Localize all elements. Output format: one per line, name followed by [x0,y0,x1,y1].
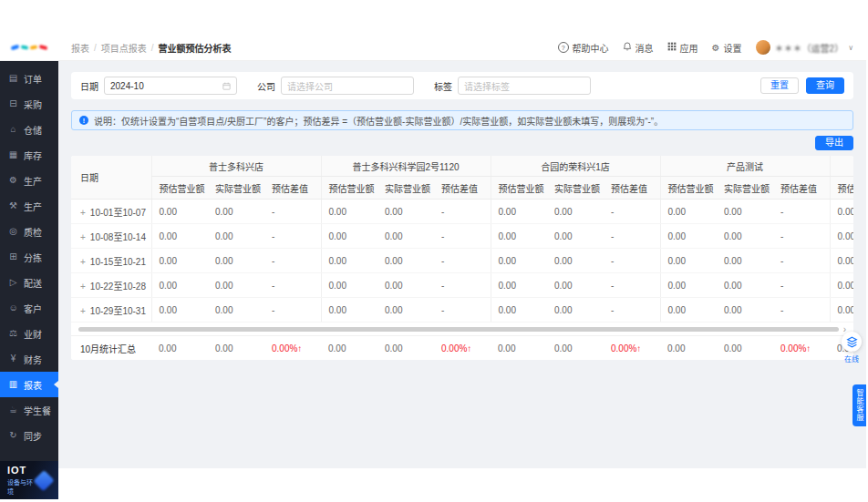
sub-column-header: 实际营业额 [717,177,773,200]
sidebar-item-customers[interactable]: ☺客户 [0,295,58,321]
expand-row-icon[interactable]: + [80,282,86,292]
sidebar-item-label: 采购 [24,97,42,111]
value-cell: 0.00 [547,224,604,249]
sidebar-item-delivery[interactable]: ▷配送 [0,270,58,295]
breadcrumb-separator: / [151,43,154,53]
sidebar-item-label: 库存 [24,149,42,162]
company-placeholder: 请选择公司 [287,79,333,93]
user-menu[interactable]: ＊＊＊（运营2） ∨ [756,40,853,55]
summary-cell: 0.00 [547,343,604,353]
breadcrumb-item[interactable]: 报表 [71,41,89,55]
value-cell: 0.00 [151,273,208,298]
app-window: 报表 / 项目点报表 / 营业额预估分析表 ?帮助中心消息应用⚙设置 ＊＊＊（运… [0,35,866,498]
group-header: 合园的荣科兴1店 [491,156,660,177]
header-action-apps[interactable]: 应用 [667,41,698,55]
help-icon: ? [558,42,569,54]
value-cell: 0.00 [491,298,547,323]
expand-row-icon[interactable]: + [80,257,86,267]
sub-column-header: 预估差值 [773,177,830,200]
sidebar-item-orders[interactable]: ▤订单 [0,66,58,91]
tag-select[interactable]: 请选择标签 [458,77,591,95]
value-cell: 0.00 [491,224,547,249]
expand-row-icon[interactable]: + [80,208,86,218]
sidebar-item-inventory[interactable]: ▦库存 [0,142,58,168]
sidebar-item-warehouse[interactable]: ⌂仓储 [0,117,58,142]
export-button[interactable]: 导出 [815,136,853,150]
table-row: +10-22至10-280.000.00-0.000.00-0.000.00-0… [71,273,853,298]
value-cell: - [434,273,491,298]
sidebar-item-sync[interactable]: ↻同步 [0,423,58,448]
date-filter: 日期 2024-10 [80,77,237,95]
sub-column-header: 预估营业额 [491,177,547,200]
iot-title: IOT [7,465,36,476]
header-action-message[interactable]: 消息 [623,41,654,55]
value-cell: - [264,249,321,273]
sidebar-item-label: 财务 [24,353,42,366]
summary-label: 10月统计汇总 [71,342,151,355]
sidebar-item-label: 仓储 [24,123,42,137]
value-cell: 0.00 [547,273,604,298]
sub-column-header: 预估营业额 [321,177,377,200]
sidebar-item-production-2[interactable]: ⚒生产 [0,193,58,219]
summary-cell: 0.00 [660,343,717,353]
sub-column-header: 预估营业额 [830,177,853,200]
value-cell: 0.00 [321,273,377,298]
value-cell: - [773,273,830,298]
scrollbar-thumb[interactable] [78,327,839,332]
value-cell: - [604,249,660,273]
reset-button[interactable]: 重置 [760,77,799,94]
floating-service-widget[interactable]: 在线 [840,332,863,364]
summary-cell: 0.00%↑ [604,343,660,353]
value-cell: 0.00 [717,298,773,323]
delivery-icon: ▷ [8,278,18,287]
sidebar-item-finance[interactable]: ¥财务 [0,346,58,372]
sidebar-item-label: 配送 [24,276,42,290]
sub-column-header: 预估差值 [264,177,321,200]
value-cell: - [264,298,321,323]
search-button[interactable]: 查询 [806,77,844,94]
breadcrumb-item[interactable]: 项目点报表 [101,41,147,55]
sidebar-item-student-meal[interactable]: ☕学生餐 [0,397,58,423]
reports-icon: ▥ [8,380,18,389]
warehouse-icon: ⌂ [8,125,18,134]
floating-assistant-tab[interactable]: 智能客服 [852,384,866,426]
avatar [756,40,770,55]
tag-placeholder: 请选择标签 [464,79,510,93]
value-cell: 0.00 [830,224,853,249]
value-cell: - [773,298,830,323]
sub-column-header: 预估营业额 [151,177,208,200]
sidebar-item-production[interactable]: ⚙生产 [0,168,58,193]
breadcrumb-separator: / [94,43,97,53]
company-filter: 公司 请选择公司 [257,77,414,95]
sidebar-item-sorting[interactable]: ⊞分拣 [0,244,58,270]
summary-cell: 0.00%↑ [434,343,491,353]
page-title: 营业额预估分析表 [159,41,232,55]
sidebar-item-label: 客户 [24,302,42,315]
value-cell: 0.00 [830,249,853,273]
sidebar-item-quality[interactable]: ◎质检 [0,219,58,244]
sidebar-item-biz-finance[interactable]: ⚖业财 [0,321,58,346]
header-action-help[interactable]: ?帮助中心 [558,41,609,55]
message-icon [623,42,632,53]
sub-column-header: 预估营业额 [660,177,717,200]
company-select[interactable]: 请选择公司 [281,77,414,95]
settings-icon: ⚙ [712,43,720,53]
row-date-cell: +10-01至10-07 [71,200,151,224]
tag-filter-label: 标签 [434,79,452,93]
expand-row-icon[interactable]: + [80,232,86,242]
horizontal-scrollbar[interactable]: › [78,326,846,333]
sidebar-item-reports[interactable]: ▥报表 [0,372,58,397]
value-cell: 0.00 [717,200,773,224]
header-action-settings[interactable]: ⚙设置 [712,41,742,55]
value-cell: 0.00 [151,224,208,249]
value-cell: - [604,224,660,249]
value-cell: 0.00 [321,224,377,249]
date-input[interactable]: 2024-10 [104,77,237,95]
sidebar-item-label: 同步 [24,429,42,443]
expand-row-icon[interactable]: + [80,306,86,316]
iot-subtitle: 设备与环境 [7,477,36,496]
iot-footer[interactable]: IOT 设备与环境 [0,461,58,499]
sidebar-item-purchase[interactable]: ⊟采购 [0,91,58,117]
value-cell: 0.00 [717,273,773,298]
summary-cell: 0.00 [377,343,434,353]
